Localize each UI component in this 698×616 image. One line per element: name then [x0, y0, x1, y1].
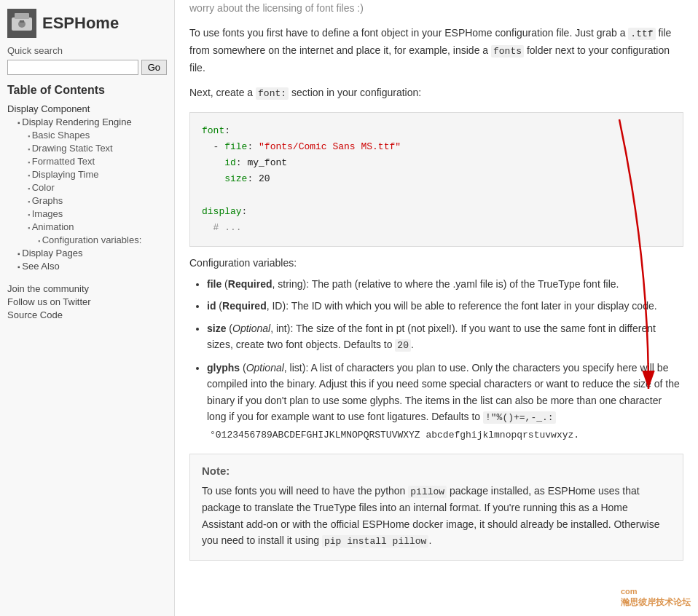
intro-text-1: worry about the licensing of font files … [189, 0, 683, 16]
toc-item-rendering: Display Rendering Engine Basic Shapes Dr… [17, 116, 167, 245]
logo-icon [7, 9, 36, 38]
community-link[interactable]: Join the community [7, 283, 167, 294]
inline-code-glyphs-default: !"%()+=,-_.: [483, 411, 556, 424]
inline-code-pillow: pillow [408, 486, 447, 498]
toc-link-color[interactable]: Color [32, 182, 55, 193]
toc-link-rendering[interactable]: Display Rendering Engine [22, 117, 131, 127]
toc-item-display: Display Component Display Rendering Engi… [7, 103, 167, 272]
search-row: Go [7, 60, 167, 75]
toc-item-formatted-text: Formatted Text [28, 155, 167, 167]
toc-link-see-also[interactable]: See Also [22, 261, 59, 272]
twitter-link[interactable]: Follow us on Twitter [7, 296, 167, 307]
intro-text-2: To use fonts you first have to define a … [189, 25, 683, 76]
svg-rect-3 [20, 20, 24, 23]
search-button[interactable]: Go [141, 60, 167, 75]
toc-link-drawing-static[interactable]: Drawing Static Text [32, 143, 113, 154]
toc-link-formatted-text[interactable]: Formatted Text [32, 156, 95, 167]
toc-item-images: Images [28, 208, 167, 219]
config-var-id: id (Required, ID): The ID with which you… [207, 298, 683, 314]
toc-item-display-pages: Display Pages [17, 247, 167, 258]
toc-item-config-vars: Configuration variables: [38, 234, 167, 245]
toc-item-see-also: See Also [17, 260, 167, 272]
config-vars-title: Configuration variables: [189, 257, 683, 269]
toc-title: Table of Contents [7, 84, 167, 97]
toc-link-displaying-time[interactable]: Displaying Time [32, 169, 99, 180]
svg-rect-1 [15, 13, 29, 19]
toc-link-images[interactable]: Images [32, 208, 63, 219]
quick-search-label: Quick search [7, 45, 167, 56]
toc-item-displaying-time: Displaying Time [28, 168, 167, 180]
toc-link-graphs[interactable]: Graphs [32, 195, 63, 206]
config-var-glyphs: glyphs (Optional, list): A list of chara… [207, 360, 683, 443]
config-vars-list: file (Required, string): The path (relat… [189, 276, 683, 443]
toc-link-config-vars[interactable]: Configuration variables: [42, 234, 142, 245]
inline-code-font-section: font: [256, 87, 289, 100]
inline-code-ttf: .ttf [628, 28, 655, 40]
inline-code-fonts: fonts [491, 45, 524, 58]
glyphs-default-value: °0123456789ABCDEFGHIJKLMNOPQRSTUVWXYZ ab… [210, 430, 579, 441]
toc-item-graphs: Graphs [28, 194, 167, 206]
toc-link-display[interactable]: Display Component [7, 103, 90, 114]
app-title: ESPHome [42, 14, 119, 33]
toc-link-animation[interactable]: Animation [32, 221, 74, 232]
code-block-container: font: - file: "fonts/Comic Sans MS.ttf" … [189, 112, 683, 247]
toc-item-basic-shapes: Basic Shapes [28, 129, 167, 141]
inline-code-pip-install: pip install pillow [322, 535, 428, 548]
search-input[interactable] [7, 60, 138, 75]
logo-area: ESPHome [7, 9, 167, 38]
toc-item-color: Color [28, 181, 167, 193]
toc-item-animation: Animation Configuration variables: [28, 221, 167, 245]
toc-list: Display Component Display Rendering Engi… [7, 103, 167, 272]
toc-link-basic-shapes[interactable]: Basic Shapes [32, 130, 90, 141]
source-code-link[interactable]: Source Code [7, 309, 167, 320]
toc-link-display-pages[interactable]: Display Pages [22, 248, 82, 258]
config-var-size: size (Optional, int): The size of the fo… [207, 320, 683, 354]
config-var-file: file (Required, string): The path (relat… [207, 276, 683, 292]
toc-item-drawing-static: Drawing Static Text [28, 142, 167, 154]
note-text: To use fonts you will need to have the p… [202, 483, 671, 550]
sidebar: ESPHome Quick search Go Table of Content… [0, 0, 175, 616]
watermark: com 瀚思彼岸技术论坛 [621, 586, 691, 609]
inline-code-20: 20 [395, 339, 411, 352]
intro-text-3: Next, create a font: section in your con… [189, 84, 683, 102]
note-box: Note: To use fonts you will need to have… [189, 454, 683, 561]
main-content: worry about the licensing of font files … [175, 0, 698, 616]
sidebar-community-links: Join the community Follow us on Twitter … [7, 283, 167, 320]
note-title: Note: [202, 465, 671, 477]
code-block: font: - file: "fonts/Comic Sans MS.ttf" … [189, 112, 683, 247]
